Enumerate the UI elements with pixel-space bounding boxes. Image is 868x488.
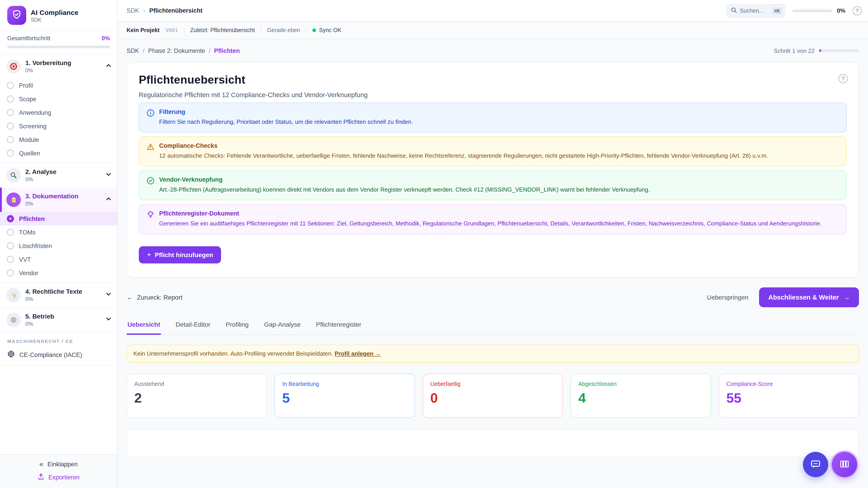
back-button[interactable]: ← Zurueck: Report [127, 293, 182, 301]
panel-help-icon[interactable]: ? [839, 74, 848, 83]
radio-icon [7, 82, 14, 89]
section-percent: 0% [25, 321, 101, 327]
collapse-sidebar-button[interactable]: « Einklappen [39, 460, 78, 468]
stat-card-compliance-score: Compliance-Score 55 [719, 373, 859, 418]
radio-icon [7, 150, 14, 157]
add-pflicht-button[interactable]: + Pflicht hinzufuegen [139, 246, 221, 263]
help-icon[interactable]: ? [852, 6, 862, 15]
info-box-vendor-verknuepfung: Vendor-Verknuepfung Art.-28-Pflichten (A… [139, 170, 847, 200]
stats-row: Ausstehend 2 In Bearbeitung 5 Ueberfaell… [127, 373, 859, 418]
export-button[interactable]: Exportieren [37, 473, 80, 481]
overall-progress-bar [7, 46, 110, 48]
sidebar-section-vorbereitung[interactable]: 1. Vorbereitung 0% [0, 54, 117, 78]
divider [306, 27, 307, 34]
gear-icon [6, 313, 21, 327]
stat-value: 4 [578, 390, 703, 405]
sidebar-section-rechtliche-texte[interactable]: 4. Rechtliche Texte 0% [0, 283, 117, 307]
sidebar-item-ce-compliance[interactable]: CE-Compliance (IACE) [0, 347, 117, 365]
app-subtitle: SDK [31, 17, 79, 22]
radio-icon [7, 136, 14, 143]
lightbulb-icon [147, 211, 155, 228]
topbar: SDK › Pflichtenübersicht ⌘K 0% ? [118, 0, 868, 22]
sidebar-section-betrieb[interactable]: 5. Betrieb 0% [0, 307, 117, 332]
sidebar-item-screening[interactable]: Screening [0, 119, 117, 133]
stat-label: Ausstehend [134, 381, 259, 387]
sidebar-item-anwendung[interactable]: Anwendung [0, 106, 117, 119]
sidebar-item-profil[interactable]: Profil [0, 78, 117, 92]
section-percent: 0% [25, 67, 101, 74]
stat-card-ueberfaellig: Ueberfaellig 0 [423, 373, 563, 418]
sidebar-item-vendor[interactable]: Vendor [0, 266, 117, 280]
info-box-body: Art.-28-Pflichten (Auftragsverarbeitung)… [159, 186, 650, 195]
stat-label: Ueberfaellig [430, 381, 555, 387]
sidebar-item-toms[interactable]: TOMs [0, 225, 117, 239]
page-title: Pflichtenuebersicht [139, 73, 847, 86]
stat-label: In Bearbeitung [282, 381, 407, 387]
tab-uebersicht[interactable]: Uebersicht [127, 319, 161, 335]
radio-icon [7, 242, 14, 250]
info-box-body: 12 automatische Checks: Fehlende Verantw… [159, 151, 768, 160]
last-saved-time: Gerade eben [267, 27, 300, 33]
tab-detail-editor[interactable]: Detail-Editor [175, 319, 211, 335]
info-box-title: Compliance-Checks [159, 142, 768, 149]
check-circle-icon [147, 177, 155, 195]
arrow-right-icon: → [843, 293, 850, 301]
radio-icon [7, 123, 14, 130]
overall-progress-label: Gesamtfortschritt [7, 35, 50, 41]
sidebar-item-quellen[interactable]: Quellen [0, 147, 117, 160]
section-percent: 0% [25, 296, 101, 302]
section-percent: 0% [25, 176, 101, 183]
tab-gap-analyse[interactable]: Gap-Analyse [263, 319, 302, 335]
target-icon [6, 59, 21, 74]
step-progress: Schritt 1 von 22 [774, 47, 859, 54]
kanban-fab-button[interactable] [832, 452, 857, 477]
section-items: Pflichten TOMs Löschfristen VVT Vendor [0, 212, 117, 283]
sidebar-item-pflichten[interactable]: Pflichten [0, 212, 117, 225]
project-name: Kein Projekt [127, 27, 160, 33]
radio-icon [7, 109, 14, 116]
arrow-left-icon: ← [127, 293, 133, 301]
divider [184, 27, 184, 34]
header-progress-value: 0% [837, 7, 845, 14]
stat-value: 0 [430, 390, 555, 405]
breadcrumb-root[interactable]: SDK [127, 7, 139, 14]
machine-section-heading: MASCHINENRECHT / CE [0, 332, 117, 347]
profile-warning-banner: Kein Unternehmensprofil vorhanden. Auto-… [127, 345, 859, 363]
sidebar-item-module[interactable]: Module [0, 133, 117, 147]
create-profile-link[interactable]: Profil anlegen → [335, 350, 381, 357]
sidebar-item-vvt[interactable]: VVT [0, 253, 117, 266]
section-label: 5. Betrieb [25, 313, 101, 320]
radio-icon [7, 95, 14, 103]
tab-profiling[interactable]: Profiling [225, 319, 250, 335]
section-label: 3. Dokumentation [25, 193, 101, 200]
sidebar-section-dokumentation[interactable]: 3. Dokumentation 0% [0, 188, 117, 212]
search-input[interactable] [740, 7, 769, 14]
kanban-columns-icon [839, 458, 850, 471]
chevron-down-icon [105, 291, 112, 299]
stat-card-in-bearbeitung: In Bearbeitung 5 [275, 373, 415, 418]
page-breadcrumb-phase[interactable]: Phase 2: Dokumente [148, 47, 205, 54]
version-badge: V001 [165, 27, 178, 33]
last-visited: Zuletzt: Pflichtenübersicht [190, 27, 255, 33]
stat-card-abgeschlossen: Abgeschlossen 4 [570, 373, 711, 418]
info-icon [147, 109, 155, 127]
sidebar-item-scope[interactable]: Scope [0, 92, 117, 106]
header-progress-bar [793, 9, 832, 12]
wizard-navigation: ← Zurueck: Report Ueberspringen Abschlie… [127, 287, 859, 307]
section-label: 4. Rechtliche Texte [25, 288, 101, 295]
step-progress-bar [819, 49, 859, 52]
complete-next-button[interactable]: Abschliessen & Weiter → [759, 287, 859, 307]
sidebar-footer: « Einklappen Exportieren [0, 454, 117, 488]
section-percent: 0% [25, 201, 101, 207]
divider [261, 27, 261, 34]
chat-bubble-icon [810, 458, 822, 471]
search-box[interactable]: ⌘K [726, 4, 785, 18]
skip-button[interactable]: Ueberspringen [707, 293, 748, 301]
stat-value: 55 [726, 390, 851, 405]
sidebar-section-analyse[interactable]: 2. Analyse 0% [0, 163, 117, 188]
sidebar-item-loeschfristen[interactable]: Löschfristen [0, 239, 117, 253]
chat-fab-button[interactable] [803, 452, 828, 477]
tab-pflichtenregister[interactable]: Pflichtenregister [315, 319, 362, 335]
page-breadcrumb-root[interactable]: SDK [127, 47, 139, 54]
app-window: AI Compliance SDK Gesamtfortschritt 0% 1… [0, 0, 868, 488]
